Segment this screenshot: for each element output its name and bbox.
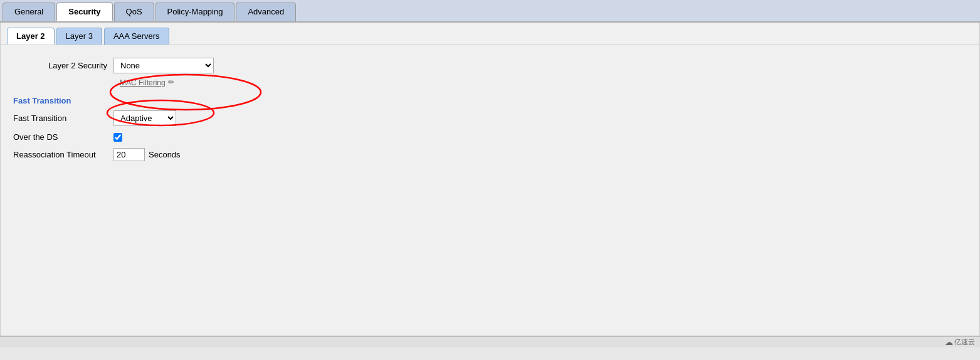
- mac-filtering-link[interactable]: MAC Filtering: [120, 78, 166, 87]
- tab-policy-mapping[interactable]: Policy-Mapping: [155, 3, 235, 21]
- over-ds-row: Over the DS: [13, 132, 967, 142]
- cloud-icon: ☁: [945, 337, 953, 347]
- reassoc-timeout-input[interactable]: [113, 148, 145, 161]
- seconds-label: Seconds: [149, 150, 181, 159]
- fast-transition-label: Fast Transition: [13, 114, 113, 123]
- content-wrapper: Layer 2 Security None WPA+WPA2 WPA2 Stat…: [1, 45, 979, 180]
- tab-qos[interactable]: QoS: [114, 3, 154, 21]
- over-ds-checkbox[interactable]: [113, 133, 122, 142]
- reassoc-timeout-label: Reassociation Timeout: [13, 150, 113, 159]
- layer2-security-row: Layer 2 Security None WPA+WPA2 WPA2 Stat…: [13, 58, 967, 73]
- tab-advanced[interactable]: Advanced: [236, 3, 296, 21]
- watermark-text: 亿速云: [954, 337, 975, 347]
- sub-tab-bar: Layer 2 Layer 3 AAA Servers: [1, 23, 979, 45]
- sub-tab-aaa-servers[interactable]: AAA Servers: [104, 28, 169, 45]
- tab-security[interactable]: Security: [56, 3, 112, 21]
- fast-transition-select[interactable]: Adaptive Enable Disable: [113, 110, 176, 126]
- top-tab-bar: General Security QoS Policy-Mapping Adva…: [0, 0, 980, 23]
- edit-icon[interactable]: ✏: [168, 78, 174, 87]
- sub-tab-layer2[interactable]: Layer 2: [7, 28, 55, 45]
- layer2-security-select[interactable]: None WPA+WPA2 WPA2 Static WEP CKIP: [113, 58, 214, 73]
- watermark: ☁ 亿速云: [945, 337, 975, 347]
- main-content: Layer 2 Layer 3 AAA Servers Layer 2 Secu…: [0, 23, 980, 336]
- layer2-security-label: Layer 2 Security: [13, 61, 113, 70]
- form-area: Layer 2 Security None WPA+WPA2 WPA2 Stat…: [1, 45, 979, 180]
- sub-tab-layer3[interactable]: Layer 3: [56, 28, 102, 45]
- reassoc-timeout-row: Reassociation Timeout Seconds: [13, 148, 967, 161]
- over-ds-label: Over the DS: [13, 132, 113, 142]
- fast-transition-row: Fast Transition Adaptive Enable Disable: [13, 110, 967, 126]
- mac-filtering-row: MAC Filtering ✏: [120, 77, 967, 87]
- bottom-bar: ☁ 亿速云: [0, 336, 980, 347]
- fast-transition-title: Fast Transition: [13, 96, 967, 105]
- tab-general[interactable]: General: [3, 3, 55, 21]
